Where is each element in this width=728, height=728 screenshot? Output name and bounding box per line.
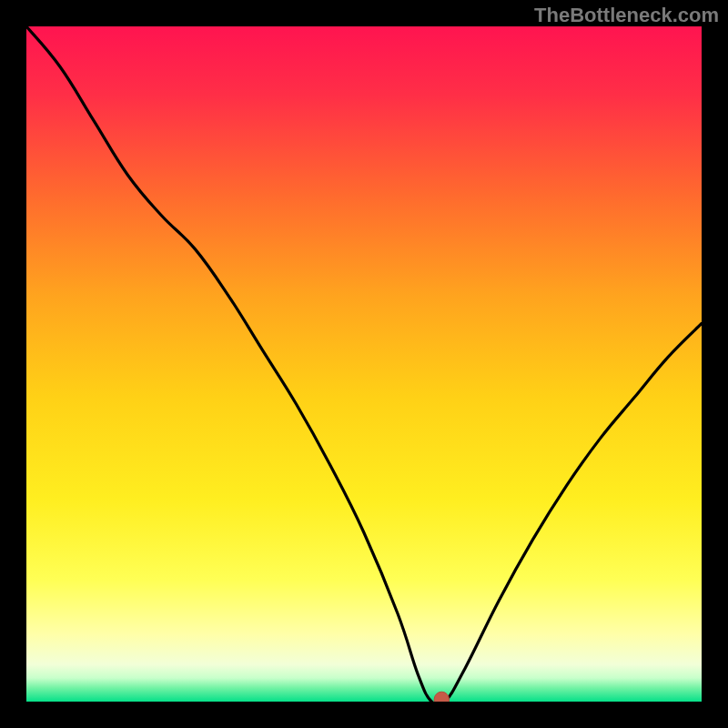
watermark-text: TheBottleneck.com	[534, 4, 719, 27]
chart-frame: TheBottleneck.com	[0, 0, 728, 728]
gradient-background	[26, 26, 702, 702]
bottleneck-chart	[0, 0, 728, 728]
selection-marker	[434, 692, 449, 709]
